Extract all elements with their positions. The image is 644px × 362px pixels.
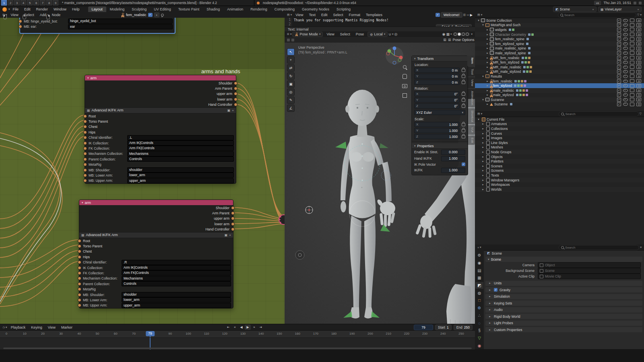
search-input[interactable] (565, 246, 637, 249)
field-value[interactable]: shoulder (127, 167, 234, 173)
wrap-toggle-icon[interactable]: ▭ (466, 13, 469, 16)
close-icon[interactable]: × (229, 233, 231, 237)
workspace-tab-modeling[interactable]: Modeling (106, 6, 128, 12)
frame-end-field[interactable]: End250 (454, 325, 473, 330)
field-value[interactable]: .R (122, 260, 231, 265)
field-value[interactable]: upper_arm (122, 303, 231, 308)
expand-arrow-icon[interactable]: ▸ (485, 103, 489, 106)
blend-file-row-curves[interactable]: ▸Curves (475, 131, 644, 136)
viewport-menu-pose[interactable]: Pose (353, 32, 367, 36)
field-value[interactable]: Mechanisms (122, 276, 231, 281)
run-script-button[interactable]: ▶ (470, 13, 473, 17)
property-field[interactable]: 1.000 (441, 156, 465, 161)
menu-help[interactable]: Help (69, 7, 83, 11)
workspace-number-9[interactable]: 9 (53, 0, 58, 6)
checkbox-checked[interactable]: ✓ (494, 288, 497, 292)
outliner-row-fem-stylized-spine[interactable]: ▸fem_stylized_spine✓ (475, 41, 644, 46)
field-value[interactable]: Arm FK|Controls (127, 146, 234, 151)
camera-icon[interactable] (636, 93, 641, 97)
outliner-row-male-realistic[interactable]: ▸male_realistic✓ (475, 88, 644, 93)
scale-z-field[interactable]: Z1.000 (414, 134, 460, 139)
field-value[interactable]: lower_arm (122, 297, 231, 302)
scale-y-field[interactable]: Y1.000 (414, 128, 460, 133)
pin-icon[interactable] (161, 14, 164, 16)
selectability-checkbox[interactable]: ✓ (617, 37, 621, 41)
text-line[interactable]: 1Thank you for supporting Mantis Rigging… (285, 18, 475, 22)
blend-file-row-images[interactable]: ▸Images (475, 136, 644, 140)
panel-custom-properties[interactable]: ▸Custom Properties (485, 327, 642, 332)
lock-icon[interactable] (462, 129, 465, 132)
input-socket[interactable] (83, 152, 87, 156)
field-value[interactable]: Arm IK|Controls (127, 140, 234, 146)
timeline-menu-view[interactable]: View (45, 325, 58, 329)
sidebar-tab-shortcut[interactable]: Shortcut (467, 108, 475, 124)
node-tree-selector[interactable]: fem_realistic ✓ × (121, 12, 164, 18)
eye-icon[interactable] (623, 42, 628, 45)
field-value[interactable]: Mechanisms (127, 151, 234, 156)
property-field[interactable]: 1.000 (441, 168, 465, 173)
workspace-number-2[interactable]: 2 (8, 0, 13, 6)
blend-file-row-worlds[interactable]: ▸Worlds (475, 187, 644, 192)
camera-icon[interactable] (402, 84, 407, 88)
monitor-icon[interactable] (630, 19, 634, 22)
blend-file-row-node-groups[interactable]: ▸Node Groups (475, 150, 644, 154)
input-socket[interactable] (83, 130, 87, 134)
field-value[interactable]: hinge_eyelid_bot (68, 19, 173, 24)
monitor-icon[interactable] (630, 88, 634, 92)
blend-file-row-screens[interactable]: ▸Screens (475, 169, 644, 173)
blend-file-row-window-managers[interactable]: ▸Window Managers (475, 178, 644, 183)
eye-icon[interactable] (623, 56, 628, 60)
blend-file-search[interactable] (559, 111, 638, 117)
frame-start-field[interactable]: Start1 (435, 325, 452, 330)
lineno-toggle-icon[interactable]: ▥ (463, 13, 466, 16)
panel-rigid-body-world[interactable]: ▸Rigid Body World (485, 314, 642, 319)
blend-file-row-palettes[interactable]: ▸Palettes (475, 159, 644, 164)
input-socket[interactable] (83, 179, 87, 183)
location-y-field[interactable]: Y0 m (414, 74, 460, 79)
workspace-tab-shading[interactable]: Shading (203, 6, 223, 12)
annotate-tool-icon[interactable]: ✎ (287, 97, 295, 104)
zoom-icon[interactable] (403, 65, 407, 69)
viewport-menu-select[interactable]: Select (337, 32, 353, 36)
rotation-y-field[interactable]: Y0° (414, 97, 460, 103)
unlink-icon[interactable]: × (637, 8, 639, 11)
output-socket[interactable] (231, 217, 235, 220)
timeline-scrollbar[interactable] (3, 348, 472, 349)
play-button[interactable]: ▶ (245, 325, 251, 330)
field-value[interactable]: lower_arm (127, 173, 234, 178)
expand-arrow-icon[interactable]: ▸ (481, 150, 485, 154)
lock-icon[interactable] (462, 123, 465, 126)
editor-type-icon[interactable]: ▤ (477, 112, 480, 115)
text-menu-select[interactable]: Select (330, 13, 346, 17)
solid-shading-icon[interactable] (458, 33, 461, 36)
properties-tab-physics[interactable]: ◌ (475, 319, 483, 327)
blend-file-row-line-styles[interactable]: ▸Line Styles (475, 140, 644, 145)
monitor-icon[interactable] (630, 42, 634, 45)
output-socket[interactable] (234, 92, 237, 96)
monitor-icon[interactable] (630, 28, 634, 31)
input-socket[interactable] (83, 120, 87, 123)
input-socket[interactable] (78, 282, 81, 286)
node-group-header[interactable]: ▦Advanced IK/FK Arm▣× (79, 232, 233, 238)
expand-arrow-icon[interactable]: ▸ (481, 132, 485, 135)
rendered-shading-icon[interactable] (466, 33, 469, 36)
camera-icon[interactable] (636, 103, 641, 106)
lock-icon[interactable] (462, 105, 465, 108)
rotate-tool-icon[interactable]: ↻ (287, 72, 295, 80)
lock-icon[interactable] (462, 135, 465, 138)
blender-logo-icon[interactable] (2, 7, 7, 12)
camera-icon[interactable] (636, 33, 641, 36)
input-socket[interactable] (78, 266, 81, 269)
checkbox-checked[interactable]: ✓ (462, 162, 465, 166)
camera-icon[interactable] (636, 70, 641, 74)
expand-arrow-icon[interactable]: ▸ (485, 89, 489, 92)
blend-file-row-objects[interactable]: ▸Objects (475, 154, 644, 159)
collapse-arrow-icon[interactable]: ▾ (481, 98, 485, 101)
outliner-row-suzanne[interactable]: ▸Suzanne✓ (475, 102, 644, 107)
register-checkbox[interactable]: ✓ (436, 13, 440, 17)
outliner-row-male-realistic-spine[interactable]: ▸male_realistic_spine✓ (475, 46, 644, 51)
node-tree-name[interactable]: fem_realistic (126, 13, 147, 17)
expand-arrow-icon[interactable]: ▸ (485, 37, 489, 41)
rotation-z-field[interactable]: Z0° (414, 103, 460, 109)
field-value[interactable]: Arm FK|Controls (122, 270, 231, 276)
